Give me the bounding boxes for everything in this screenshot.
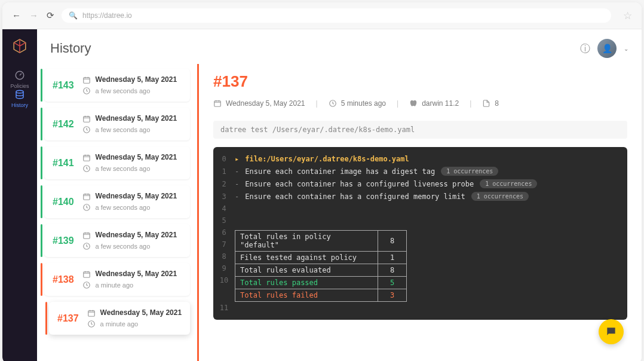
- detail-ago: 5 minutes ago: [341, 99, 386, 108]
- logo-icon[interactable]: [11, 38, 28, 54]
- summary-value: 1: [378, 252, 407, 264]
- history-card-date: Wednesday 5, May 2021: [96, 270, 177, 279]
- history-card-number: #139: [53, 235, 74, 246]
- terminal-rule: Ensure each container image has a digest…: [245, 167, 435, 176]
- history-card[interactable]: #141Wednesday 5, May 2021a few seconds a…: [44, 146, 190, 179]
- browser-toolbar: ← → ⟳ 🔍 https://datree.io ☆: [2, 2, 642, 29]
- history-card-number: #142: [53, 119, 74, 130]
- db-icon: [14, 89, 25, 100]
- history-card-ago: a few seconds ago: [96, 243, 151, 250]
- terminal-file-path: file:/Users/eyar/.datree/k8s-demo.yaml: [245, 155, 409, 163]
- nav-forward-icon[interactable]: →: [29, 10, 38, 21]
- history-card-ago: a few seconds ago: [96, 204, 151, 211]
- history-card-date: Wednesday 5, May 2021: [96, 153, 177, 162]
- calendar-icon: [82, 115, 91, 123]
- clock-icon: [82, 126, 91, 134]
- calendar-icon: [213, 99, 222, 108]
- history-card-ago: a minute ago: [100, 320, 139, 328]
- calendar-icon: [82, 270, 91, 279]
- clock-icon: [329, 99, 337, 108]
- profile-chevron-down-icon[interactable]: ⌄: [624, 45, 628, 52]
- history-list: #143Wednesday 5, May 2021a few seconds a…: [37, 64, 197, 361]
- nav-back-icon[interactable]: ←: [12, 10, 21, 21]
- chat-icon: [605, 326, 617, 338]
- sidebar-item-policies[interactable]: Policies: [10, 70, 29, 89]
- detail-title: #137: [213, 72, 627, 91]
- detail-date: Wednesday 5, May 2021: [226, 99, 305, 108]
- info-icon[interactable]: ⓘ: [580, 42, 590, 56]
- history-card-date: Wednesday 5, May 2021: [96, 192, 177, 201]
- history-card-ago: a few seconds ago: [96, 87, 151, 94]
- svg-rect-8: [83, 194, 90, 199]
- address-bar[interactable]: 🔍 https://datree.io: [62, 8, 611, 23]
- summary-table: Total rules in policy "default"8Files te…: [235, 230, 407, 302]
- history-card-ago: a few seconds ago: [96, 126, 151, 133]
- avatar[interactable]: 👤: [597, 39, 617, 58]
- clock-icon: [87, 320, 96, 328]
- history-card-number: #141: [53, 158, 74, 169]
- summary-value: 8: [378, 231, 407, 252]
- clock-icon: [82, 203, 91, 212]
- history-card-number: #138: [53, 274, 74, 285]
- occurrence-badge: 1 occurrences: [441, 167, 498, 176]
- gauge-icon: [14, 70, 25, 81]
- svg-rect-6: [83, 155, 90, 160]
- calendar-icon: [82, 231, 91, 240]
- clock-icon: [82, 87, 91, 95]
- page-title: History: [50, 41, 91, 56]
- detail-meta: Wednesday 5, May 2021 | 5 minutes ago | …: [213, 99, 627, 108]
- calendar-icon: [87, 309, 96, 317]
- terminal-output: 0▸file:/Users/eyar/.datree/k8s-demo.yaml…: [213, 147, 627, 320]
- history-card-ago: a few seconds ago: [96, 165, 151, 172]
- history-card[interactable]: #137Wednesday 5, May 2021a minute ago: [49, 302, 190, 335]
- detail-file-count: 8: [495, 99, 499, 108]
- clock-icon: [82, 281, 91, 289]
- history-card-ago: a minute ago: [96, 282, 134, 289]
- history-card[interactable]: #143Wednesday 5, May 2021a few seconds a…: [44, 69, 190, 102]
- occurrence-badge: 1 occurrences: [480, 179, 537, 188]
- history-card[interactable]: #138Wednesday 5, May 2021a minute ago: [44, 263, 190, 296]
- calendar-icon: [82, 76, 91, 84]
- search-icon: 🔍: [69, 11, 78, 20]
- svg-rect-16: [214, 101, 221, 106]
- terminal-rule: Ensure each container has a configured l…: [245, 180, 474, 188]
- summary-value: 8: [378, 264, 407, 277]
- svg-rect-2: [83, 77, 90, 82]
- platform-icon: [409, 99, 418, 108]
- chat-fab[interactable]: [599, 319, 624, 344]
- summary-value: 5: [378, 277, 407, 289]
- history-card[interactable]: #142Wednesday 5, May 2021a few seconds a…: [44, 108, 190, 140]
- clock-icon: [82, 164, 91, 173]
- sidebar-item-label: Policies: [10, 83, 29, 89]
- history-detail: #137 Wednesday 5, May 2021 | 5 minutes a…: [197, 64, 642, 361]
- detail-platform: darwin 11.2: [422, 99, 459, 108]
- app-sidebar: PoliciesHistory: [2, 29, 37, 361]
- summary-value: 3: [378, 289, 407, 302]
- history-card-number: #140: [53, 197, 74, 207]
- clock-icon: [82, 242, 91, 250]
- nav-reload-icon[interactable]: ⟳: [47, 10, 54, 21]
- history-card[interactable]: #140Wednesday 5, May 2021a few seconds a…: [44, 185, 190, 218]
- history-card-number: #137: [57, 313, 79, 324]
- svg-rect-12: [83, 271, 90, 277]
- summary-label: Total rules failed: [235, 289, 378, 302]
- calendar-icon: [82, 154, 91, 162]
- bookmark-icon[interactable]: ☆: [623, 10, 632, 22]
- calendar-icon: [82, 192, 91, 201]
- history-card-date: Wednesday 5, May 2021: [96, 231, 177, 240]
- sidebar-item-history[interactable]: History: [10, 89, 29, 108]
- history-card-date: Wednesday 5, May 2021: [100, 308, 182, 317]
- history-card-number: #143: [53, 80, 74, 91]
- sidebar-item-label: History: [11, 102, 28, 108]
- svg-rect-10: [83, 232, 90, 238]
- summary-label: Total rules in policy "default": [235, 231, 378, 252]
- history-card[interactable]: #139Wednesday 5, May 2021a few seconds a…: [44, 224, 190, 257]
- command-line: datree test /Users/eyar/.datree/k8s-demo…: [213, 121, 627, 139]
- file-icon: [482, 99, 490, 108]
- svg-rect-4: [83, 116, 90, 121]
- url-text: https://datree.io: [82, 11, 132, 20]
- terminal-rule: Ensure each container has a configured m…: [245, 192, 465, 201]
- summary-label: Total rules passed: [235, 277, 378, 289]
- history-card-date: Wednesday 5, May 2021: [96, 114, 177, 123]
- svg-point-1: [16, 90, 23, 93]
